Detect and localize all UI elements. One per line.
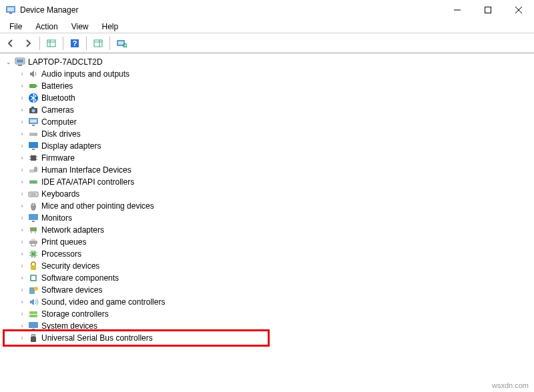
chevron-right-icon[interactable]: › <box>17 225 27 235</box>
svg-rect-57 <box>31 239 35 241</box>
tree-item[interactable]: › Print queues <box>4 236 534 248</box>
chevron-right-icon[interactable]: › <box>17 105 27 115</box>
menu-file[interactable]: File <box>3 21 29 33</box>
tree-item-usb[interactable]: › Universal Serial Bus controllers <box>4 332 534 344</box>
svg-rect-43 <box>30 181 37 183</box>
tree-item[interactable]: › Keyboards <box>4 188 534 200</box>
computer-icon <box>15 57 25 67</box>
tree-item[interactable]: › Software components <box>4 272 534 284</box>
tree-item[interactable]: › IDE ATA/ATAPI controllers <box>4 176 534 188</box>
tree-item[interactable]: › Computer <box>4 116 534 128</box>
tree-item[interactable]: › Disk drives <box>4 128 534 140</box>
monitor-icon <box>28 213 39 223</box>
speaker-icon <box>28 69 39 79</box>
chevron-right-icon[interactable]: › <box>17 81 27 91</box>
tree-root[interactable]: ⌄ LAPTOP-7ADCLT2D <box>4 56 534 68</box>
tree-item-label: Display adapters <box>41 141 101 151</box>
chevron-right-icon[interactable]: › <box>17 285 27 295</box>
svg-text:?: ? <box>73 39 77 47</box>
chevron-right-icon[interactable]: › <box>17 261 27 271</box>
menubar: File Action View Help <box>0 20 534 33</box>
maximize-button[interactable] <box>473 0 503 20</box>
tree-item-label: Cameras <box>41 105 74 115</box>
chip-icon <box>28 153 39 163</box>
menu-help[interactable]: Help <box>95 21 125 33</box>
chevron-right-icon[interactable]: › <box>17 297 27 307</box>
keyboard-icon <box>28 189 39 199</box>
tree-item[interactable]: › Security devices <box>4 260 534 272</box>
chevron-right-icon[interactable]: › <box>17 201 27 211</box>
device-tree[interactable]: ⌄ LAPTOP-7ADCLT2D › Audio inputs and out… <box>0 53 534 347</box>
sound-icon <box>28 297 39 307</box>
tree-item-label: Storage controllers <box>41 309 109 319</box>
usb-icon <box>28 333 39 343</box>
chevron-right-icon[interactable]: › <box>17 189 27 199</box>
menu-view[interactable]: View <box>65 21 95 33</box>
tree-item[interactable]: › Software devices <box>4 284 534 296</box>
forward-button[interactable] <box>20 35 36 51</box>
tree-item[interactable]: › Bluetooth <box>4 92 534 104</box>
tree-item[interactable]: › System devices <box>4 320 534 332</box>
window-title: Device Manager <box>20 5 442 15</box>
chevron-right-icon[interactable]: › <box>17 249 27 259</box>
svg-rect-79 <box>31 337 36 342</box>
chevron-right-icon[interactable]: › <box>17 273 27 283</box>
show-hidden-button[interactable] <box>43 35 59 51</box>
tree-item[interactable]: › Sound, video and game controllers <box>4 296 534 308</box>
back-button[interactable] <box>3 35 19 51</box>
tree-item-label: Sound, video and game controllers <box>41 297 165 307</box>
chevron-right-icon[interactable]: › <box>17 117 27 127</box>
tree-item[interactable]: › Audio inputs and outputs <box>4 68 534 80</box>
tree-item[interactable]: › Cameras <box>4 104 534 116</box>
hid-icon <box>28 165 39 175</box>
toolbar-separator <box>63 37 63 50</box>
chevron-right-icon[interactable]: › <box>17 309 27 319</box>
chevron-right-icon[interactable]: › <box>17 177 27 187</box>
tree-item[interactable]: › Firmware <box>4 152 534 164</box>
tree-item[interactable]: › Monitors <box>4 212 534 224</box>
battery-icon <box>28 81 39 91</box>
chevron-right-icon[interactable]: › <box>17 93 27 103</box>
scan-button[interactable] <box>113 35 129 51</box>
tree-item-label: IDE ATA/ATAPI controllers <box>41 177 134 187</box>
properties-button[interactable] <box>90 35 106 51</box>
chevron-right-icon[interactable]: › <box>17 69 27 79</box>
minimize-button[interactable] <box>442 0 473 20</box>
software-component-icon <box>28 273 39 283</box>
menu-action[interactable]: Action <box>29 21 64 33</box>
tree-item[interactable]: › Storage controllers <box>4 308 534 320</box>
close-button[interactable] <box>503 0 534 20</box>
help-button[interactable]: ? <box>67 35 83 51</box>
svg-rect-16 <box>118 41 123 45</box>
printer-icon <box>28 237 39 247</box>
tree-item-label: Batteries <box>41 81 73 91</box>
svg-rect-27 <box>31 107 34 108</box>
tree-item[interactable]: › Network adapters <box>4 224 534 236</box>
chevron-right-icon[interactable]: › <box>17 333 27 343</box>
chevron-right-icon[interactable]: › <box>17 153 27 163</box>
tree-item[interactable]: › Batteries <box>4 80 534 92</box>
chevron-right-icon[interactable]: › <box>17 321 27 331</box>
chevron-right-icon[interactable]: › <box>17 237 27 247</box>
ide-icon <box>28 177 39 187</box>
chevron-right-icon[interactable]: › <box>17 141 27 151</box>
chevron-right-icon[interactable]: › <box>17 129 27 139</box>
svg-rect-69 <box>31 265 36 270</box>
svg-rect-30 <box>32 125 35 126</box>
tree-item[interactable]: › Display adapters <box>4 140 534 152</box>
window-controls <box>442 0 534 20</box>
svg-rect-20 <box>17 59 23 63</box>
tree-item[interactable]: › Human Interface Devices <box>4 164 534 176</box>
toolbar: ? <box>0 33 534 53</box>
chevron-right-icon[interactable]: › <box>17 213 27 223</box>
toolbar-separator <box>39 37 40 50</box>
chevron-right-icon[interactable]: › <box>17 165 27 175</box>
chevron-down-icon[interactable]: ⌄ <box>4 57 13 67</box>
tree-item-label: Computer <box>41 117 77 127</box>
tree-item[interactable]: › Mice and other pointing devices <box>4 200 534 212</box>
tree-item-label: Universal Serial Bus controllers <box>41 333 153 343</box>
svg-rect-2 <box>9 13 12 14</box>
svg-rect-35 <box>31 155 36 161</box>
tree-item[interactable]: › Processors <box>4 248 534 260</box>
toolbar-separator <box>86 37 87 50</box>
